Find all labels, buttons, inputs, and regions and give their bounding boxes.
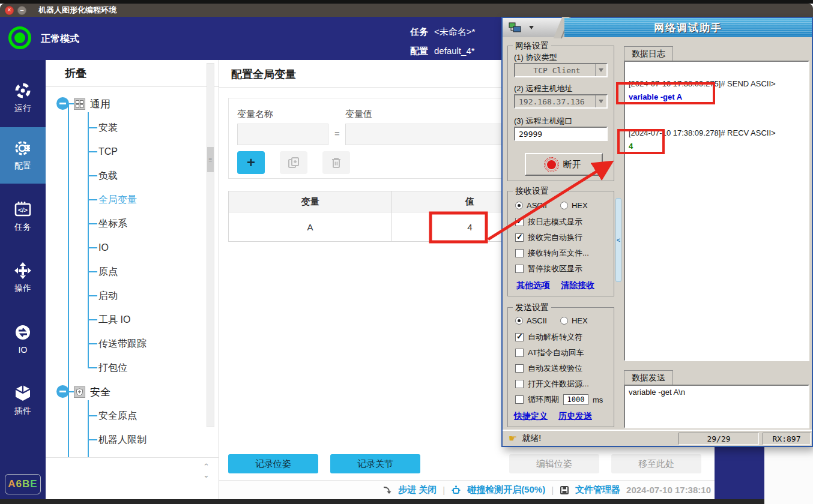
tree-item-tool-io[interactable]: 工具 IO	[46, 308, 202, 332]
host-label: (2) 远程主机地址	[514, 83, 573, 94]
debug-title-band: 网络调试助手	[564, 18, 812, 37]
clear-receive-link[interactable]: 清除接收	[561, 280, 594, 291]
tree-scrollbar[interactable]	[207, 63, 214, 427]
delete-variable-button[interactable]	[322, 151, 350, 174]
io-cycle-icon	[14, 323, 32, 341]
panel-collapse-handle[interactable]: <	[615, 198, 621, 282]
collision-status[interactable]: 碰撞检测开启(50%)	[467, 484, 545, 496]
tree-bottom-bar: ⌃ ⌄	[46, 457, 219, 481]
network-settings-group: 网络设置 (1) 协议类型 TCP Client (2) 远程主机地址 192.…	[507, 46, 614, 181]
file-manager-status[interactable]: 文件管理器	[575, 484, 620, 496]
tree-item-startup[interactable]: 启动	[46, 284, 202, 308]
sidebar-item-config[interactable]: 配置	[0, 127, 46, 184]
collapse-minus-icon[interactable]	[56, 385, 69, 398]
tree-item-robot-limit[interactable]: 机器人限制	[46, 428, 202, 452]
variable-name-cell: A	[229, 212, 392, 241]
pause-display-checkbox[interactable]	[515, 265, 524, 273]
disconnect-button[interactable]: 断开	[525, 153, 603, 176]
tree-item-packing[interactable]: 打包位	[46, 356, 202, 380]
app-statusbar: 步进 关闭 | 碰撞检测开启(50%) | 文件管理器 2024-07-10 1…	[219, 480, 715, 499]
scroll-down-icon[interactable]: ⌄	[203, 471, 210, 479]
cycle-period-input[interactable]	[563, 394, 588, 405]
tree-item-joint-limit[interactable]: 关节限制	[46, 452, 202, 457]
sidebar-item-io[interactable]: IO	[0, 311, 46, 367]
at-return-checkbox[interactable]	[515, 349, 524, 357]
config-label: 配置	[410, 46, 428, 56]
clock: 2024-07-10 17:38:10	[626, 485, 711, 495]
send-ascii-radio[interactable]	[515, 317, 523, 325]
recv-hex-radio[interactable]	[560, 202, 568, 209]
sidebar-item-run[interactable]: 运行	[0, 70, 46, 126]
tree-scroll-area: 通用 安装 TCP 负载 全局变量 坐标系 IO 原点 启动 工具 IO 传送带…	[46, 87, 219, 457]
sidebar-item-task[interactable]: </> 任务	[0, 188, 46, 245]
ready-status: 就绪!	[522, 433, 541, 444]
step-status[interactable]: 步进 关闭	[398, 484, 437, 496]
move-here-button[interactable]: 移至此处	[611, 454, 701, 473]
run-icon	[14, 82, 32, 100]
sidebar-item-plugin[interactable]: 插件	[0, 372, 46, 428]
log-mode-checkbox[interactable]	[515, 218, 524, 226]
tree-node-general[interactable]: 通用	[46, 92, 202, 116]
variable-name-input[interactable]	[237, 124, 328, 145]
tab-data-send[interactable]: 数据发送	[624, 370, 673, 385]
tree-item-tcp[interactable]: TCP	[46, 140, 202, 164]
tree-node-safety[interactable]: 安全	[46, 380, 202, 404]
tree-item-payload[interactable]: 负载	[46, 164, 202, 188]
sidebar-item-operate[interactable]: 操作	[0, 250, 46, 306]
add-variable-button[interactable]: +	[237, 151, 265, 174]
record-joint-button[interactable]: 记录关节	[330, 454, 420, 473]
receive-settings-group: 接收设置 ASCII HEX 按日志模式显示 接收完自动换行 接收转向至文件..…	[507, 191, 614, 296]
collapse-minus-icon[interactable]	[56, 97, 69, 110]
file-source-checkbox[interactable]	[515, 380, 524, 388]
variable-value-label: 变量值	[345, 109, 372, 120]
record-pose-button[interactable]: 记录位姿	[228, 454, 318, 473]
chevron-down-icon[interactable]	[595, 95, 606, 107]
other-options-link[interactable]: 其他选项	[516, 280, 550, 291]
tree-collapse-header[interactable]: 折叠	[46, 60, 219, 87]
code-window-icon: </>	[14, 200, 32, 218]
tree-scrollbar-thumb[interactable]: ≡	[207, 147, 214, 172]
column-header-variable: 变量	[229, 191, 392, 212]
network-debug-window: 网络调试助手 网络设置 (1) 协议类型 TCP Client (2) 远程主机…	[501, 17, 813, 447]
tree-item-home[interactable]: 原点	[46, 260, 202, 284]
close-icon[interactable]: ×	[5, 6, 14, 15]
host-select[interactable]: 192.168.37.136	[514, 94, 608, 109]
tree-item-safety-home[interactable]: 安全原点	[46, 404, 202, 428]
chevron-down-icon[interactable]	[595, 64, 606, 76]
config-value: default_4*	[434, 46, 475, 56]
tree-item-conveyor[interactable]: 传送带跟踪	[46, 332, 202, 356]
step-icon	[382, 485, 392, 495]
port-input[interactable]: 29999	[514, 127, 608, 141]
tab-data-log[interactable]: 数据日志	[624, 46, 673, 61]
scroll-up-icon[interactable]: ⌃	[203, 463, 210, 470]
debug-window-title: 网络调试助手	[654, 21, 722, 35]
send-hex-radio[interactable]	[560, 317, 568, 325]
tree-item-install[interactable]: 安装	[46, 116, 202, 140]
protocol-select[interactable]: TCP Client	[514, 63, 608, 77]
minimize-icon[interactable]: –	[17, 6, 26, 15]
redirect-file-checkbox[interactable]	[515, 249, 524, 257]
tree-item-io[interactable]: IO	[46, 236, 202, 260]
send-input-area[interactable]: variable -get A\n	[624, 385, 809, 428]
svg-text:</>: </>	[18, 206, 28, 214]
tree-item-global-variables[interactable]: 全局变量	[46, 188, 202, 212]
history-send-link[interactable]: 历史发送	[558, 411, 592, 422]
auto-checksum-checkbox[interactable]	[515, 364, 524, 373]
move-arrows-icon	[14, 262, 32, 280]
data-log-area[interactable]: [2024-07-10 17:38:09.275]# SEND ASCII> v…	[624, 61, 809, 361]
quick-define-link[interactable]: 快捷定义	[514, 411, 548, 422]
tree-item-coordinate[interactable]: 坐标系	[46, 212, 202, 236]
general-grid-icon	[74, 98, 85, 110]
task-value: <未命名>*	[434, 26, 475, 37]
port-label: (3) 远程主机端口	[514, 116, 573, 127]
recv-ascii-radio[interactable]	[515, 202, 523, 209]
safety-shield-icon	[74, 386, 85, 398]
edit-pose-button[interactable]: 编辑位姿	[509, 454, 599, 473]
network-icon	[509, 22, 523, 33]
page-title: 配置全局变量	[231, 67, 296, 82]
escape-parse-checkbox[interactable]	[515, 333, 524, 341]
duplicate-variable-button[interactable]	[280, 151, 307, 174]
auto-newline-checkbox[interactable]	[515, 233, 524, 242]
cycle-checkbox[interactable]	[515, 395, 524, 404]
dropdown-arrow-icon[interactable]	[529, 26, 534, 29]
